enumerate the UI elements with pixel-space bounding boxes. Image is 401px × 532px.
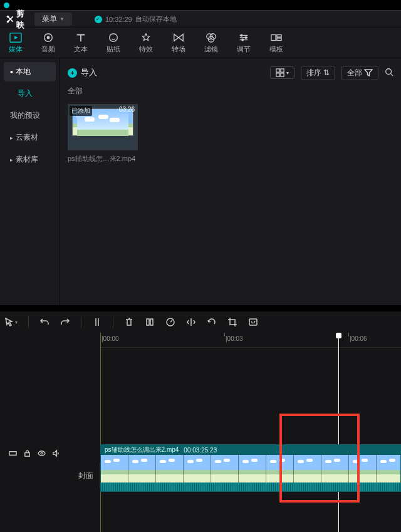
caret-right-icon: ▸: [10, 135, 13, 141]
menu-button[interactable]: 菜单 ▼: [34, 13, 72, 26]
svg-rect-21: [150, 319, 153, 325]
undo-button[interactable]: [39, 317, 49, 327]
cursor-icon: [4, 317, 14, 327]
timeline-ruler[interactable]: |00:00 |00:03 |00:06: [100, 333, 401, 348]
svg-point-9: [241, 34, 242, 36]
collapse-icon[interactable]: [9, 449, 17, 457]
main-area: •本地 导入 我的预设 ▸云素材 ▸素材库 + 导入 ▾ 排序⇅ 全部 全部: [0, 58, 401, 305]
tab-template[interactable]: 模板: [269, 32, 283, 54]
cut-icon: [6, 15, 14, 23]
content-top-bar: + 导入 ▾ 排序⇅ 全部: [68, 63, 393, 82]
tab-media-label: 媒体: [9, 44, 23, 54]
mirror-button[interactable]: [186, 317, 196, 327]
grid-icon: [276, 68, 284, 77]
trim-button[interactable]: [145, 317, 155, 327]
crop-button[interactable]: [227, 317, 237, 327]
added-tag: 已添加: [70, 106, 92, 116]
split-icon: [92, 317, 102, 327]
svg-rect-13: [277, 35, 281, 38]
tab-filter[interactable]: 滤镜: [204, 32, 218, 54]
import-button[interactable]: + 导入: [68, 67, 97, 78]
clip-header: ps辅助线怎么调出来2.mp4 00:03:25:23: [101, 445, 400, 455]
svg-point-0: [7, 16, 9, 18]
tab-effect-label: 特效: [139, 44, 153, 54]
effect-icon: [139, 32, 153, 43]
media-icon: [9, 32, 23, 43]
svg-point-26: [41, 452, 43, 454]
eye-icon[interactable]: [38, 449, 46, 457]
video-clip[interactable]: ps辅助线怎么调出来2.mp4 00:03:25:23: [100, 444, 401, 492]
rotate-button[interactable]: [207, 317, 217, 327]
sidebar-item-presets[interactable]: 我的预设: [0, 105, 60, 127]
speed-icon: [165, 317, 175, 327]
audio-icon: [41, 32, 55, 43]
media-duration: 03:26: [119, 106, 135, 113]
search-button[interactable]: [385, 68, 393, 78]
sidebar-item-label: 我的预设: [10, 110, 40, 121]
autosave-status: ✓ 10:32:29 自动保存本地: [95, 14, 177, 24]
svg-rect-12: [271, 35, 276, 41]
autosave-text: 自动保存本地: [135, 14, 177, 24]
media-thumbnail: 已添加 03:26: [68, 104, 138, 150]
cursor-tool[interactable]: [4, 317, 18, 327]
timeline[interactable]: |00:00 |00:03 |00:06 封面 ps辅助线怎么调出来2.mp4 …: [0, 333, 401, 532]
speed-button[interactable]: [165, 317, 175, 327]
view-toggle[interactable]: ▾: [270, 66, 294, 79]
delete-button[interactable]: [124, 317, 134, 327]
top-toolbar: 媒体 音频 文本 贴纸 特效 转场 滤镜 调节 模板: [0, 28, 401, 58]
timeline-toolbar: [0, 311, 401, 333]
svg-rect-24: [9, 452, 16, 456]
svg-point-11: [242, 39, 244, 41]
caret-right-icon: ▸: [10, 157, 13, 163]
tab-text[interactable]: 文本: [74, 32, 88, 54]
sidebar-item-local[interactable]: •本地: [4, 62, 56, 81]
playhead[interactable]: [338, 333, 339, 532]
os-titlebar: [0, 0, 401, 10]
ai-button[interactable]: [248, 317, 258, 327]
cover-label[interactable]: 封面: [71, 463, 100, 488]
check-icon: ✓: [95, 16, 102, 23]
split-button[interactable]: [92, 317, 102, 327]
funnel-icon: [364, 68, 373, 77]
filter-button[interactable]: 全部: [341, 66, 378, 80]
track-header: [0, 449, 69, 457]
tab-audio[interactable]: 音频: [41, 32, 55, 54]
tab-audio-label: 音频: [41, 44, 55, 54]
svg-rect-23: [249, 319, 257, 325]
svg-rect-20: [147, 319, 149, 325]
app-header: 剪映 菜单 ▼ ✓ 10:32:29 自动保存本地: [0, 10, 401, 28]
redo-button[interactable]: [60, 317, 70, 327]
tab-transition[interactable]: 转场: [172, 32, 185, 54]
rotate-icon: [207, 317, 217, 327]
svg-point-5: [110, 34, 118, 42]
sort-button[interactable]: 排序⇅: [301, 66, 335, 80]
sort-icon: ⇅: [323, 68, 330, 77]
sidebar-item-import[interactable]: 导入: [0, 83, 60, 105]
ruler-tick: |00:00: [102, 335, 119, 342]
autosave-time: 10:32:29: [105, 16, 132, 23]
svg-point-4: [47, 36, 49, 39]
sidebar-item-cloud[interactable]: ▸云素材: [0, 127, 60, 149]
tab-effect[interactable]: 特效: [139, 32, 153, 54]
tab-adjust[interactable]: 调节: [237, 32, 251, 54]
tab-sticker-label: 贴纸: [107, 44, 120, 54]
svg-rect-16: [281, 69, 284, 72]
speaker-icon[interactable]: [52, 449, 60, 457]
sidebar: •本地 导入 我的预设 ▸云素材 ▸素材库: [0, 58, 60, 305]
sticker-icon: [107, 32, 120, 43]
lock-icon[interactable]: [23, 449, 31, 457]
sidebar-item-label: 素材库: [16, 154, 38, 165]
media-card[interactable]: 已添加 03:26 ps辅助线怎…来2.mp4: [68, 104, 138, 164]
tab-media[interactable]: 媒体: [9, 32, 23, 54]
tab-sticker[interactable]: 贴纸: [107, 32, 120, 54]
crop-icon: [227, 317, 237, 327]
import-label: 导入: [81, 67, 97, 78]
sidebar-item-label: 云素材: [16, 132, 38, 143]
ai-icon: [248, 317, 258, 327]
sidebar-item-library[interactable]: ▸素材库: [0, 149, 60, 170]
transition-icon: [172, 32, 185, 43]
ruler-tick: |00:03: [226, 335, 243, 342]
tab-text-label: 文本: [74, 44, 88, 54]
svg-point-1: [7, 21, 9, 23]
mirror-icon: [186, 317, 196, 327]
